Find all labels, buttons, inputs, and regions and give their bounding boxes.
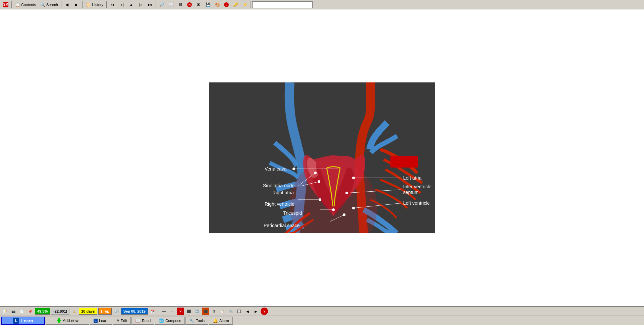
svg-text:Tricuspid: Tricuspid xyxy=(283,210,302,216)
minus-icon: ➖ xyxy=(162,310,166,313)
tab-alarm-label: Alarm xyxy=(219,319,229,323)
exit-btn[interactable]: ✕ xyxy=(177,308,184,315)
plus-icon: ✚ xyxy=(56,318,61,324)
prev-icon: ◁ xyxy=(119,2,124,7)
download-btn[interactable]: 💾 xyxy=(204,1,212,8)
indicator-icon: ⚠ xyxy=(73,310,76,313)
dot-btn[interactable]: • xyxy=(168,308,176,315)
sep1 xyxy=(11,1,12,8)
calendar-icon: 📅 xyxy=(151,310,155,313)
tab-compose-icon: 🌐 xyxy=(159,318,164,323)
learn-btn[interactable]: L Learn xyxy=(1,317,45,325)
tool-c[interactable]: ⬛ xyxy=(202,308,209,315)
forward-icon: ▶ xyxy=(74,2,79,7)
addnew-label: Add new xyxy=(63,318,78,323)
tab-learn-label: Learn xyxy=(99,319,108,323)
minus-btn[interactable]: ➖ xyxy=(160,308,167,315)
svg-rect-11 xyxy=(390,156,418,168)
back-btn[interactable]: ◀ xyxy=(63,1,71,8)
key-btn[interactable]: 🔑 xyxy=(231,1,240,8)
up-btn[interactable]: ▲ xyxy=(127,1,136,8)
multicolor-btn[interactable]: 🎨 xyxy=(213,1,222,8)
history-btn[interactable]: 📜 History xyxy=(84,1,105,8)
read-btn[interactable]: 📖 xyxy=(167,1,175,8)
tab-tools-icon: 🔧 xyxy=(189,318,195,323)
svg-text:septum: septum xyxy=(403,190,419,195)
tool-i[interactable]: ▶ xyxy=(252,308,260,315)
red-icon: R xyxy=(187,2,192,7)
tool-b[interactable]: 🔤 xyxy=(194,308,201,315)
status-tool2[interactable]: 📷 xyxy=(10,308,17,315)
status-tool1[interactable]: 📝 xyxy=(1,308,9,315)
monitor-btn[interactable]: 🖥 xyxy=(176,1,185,8)
status-tool2-icon: 📷 xyxy=(11,310,15,313)
tool-d[interactable]: ⚙ xyxy=(210,308,218,315)
indicator-btn[interactable]: ⚠ xyxy=(70,308,78,315)
tab-compose[interactable]: 🌐 Compose xyxy=(155,317,185,325)
next-btn[interactable]: ▷ xyxy=(136,1,145,8)
tool-f[interactable]: 📎 xyxy=(227,308,234,315)
monitor-icon: 🖥 xyxy=(178,2,183,7)
rep-icon: 🔄 xyxy=(114,310,118,313)
lightning-icon: ⚡ xyxy=(242,2,248,7)
contents-label: Contents xyxy=(21,3,36,7)
tab-tools-label: Tools xyxy=(196,319,205,323)
bottom-bar: 📝 📷 📄 📌 49.3% (22,801) ⚠ 10 days 1 rep xyxy=(0,306,644,325)
red-btn[interactable]: R xyxy=(185,1,194,8)
search-input[interactable] xyxy=(252,1,313,8)
history-icon: 📜 xyxy=(86,2,91,7)
status-tool4[interactable]: 📌 xyxy=(26,308,34,315)
app-icon-btn[interactable]: SM xyxy=(1,1,10,8)
nav-row: L Learn ✚ Add new L Learn A Edit 📖 Read … xyxy=(0,316,644,325)
rep-icon-btn[interactable]: 🔄 xyxy=(113,308,120,315)
reps-badge: 1 rep xyxy=(98,308,112,315)
first-btn[interactable]: ⏮ xyxy=(108,1,117,8)
tool-g[interactable]: 🔲 xyxy=(235,308,243,315)
svg-text:Inter ventricle: Inter ventricle xyxy=(403,184,431,189)
tab-read[interactable]: 📖 Read xyxy=(131,317,154,325)
sep4 xyxy=(106,1,107,8)
help2-btn[interactable]: ? xyxy=(261,308,268,315)
tab-edit-label: Edit xyxy=(121,319,127,323)
svg-text:Vena cava: Vena cava xyxy=(265,166,287,172)
prev-btn[interactable]: ◁ xyxy=(117,1,126,8)
tab-edit[interactable]: A Edit xyxy=(113,317,131,325)
search-btn[interactable]: 🔍 Search xyxy=(38,1,60,8)
back-icon: ◀ xyxy=(64,2,70,7)
lightning-btn[interactable]: ⚡ xyxy=(240,1,249,8)
sep3 xyxy=(82,1,83,8)
status-tool3[interactable]: 📄 xyxy=(18,308,25,315)
tab-read-label: Read xyxy=(142,319,151,323)
key-icon: 🔑 xyxy=(233,2,238,7)
search-icon: 🔍 xyxy=(40,2,45,7)
tab-compose-label: Compose xyxy=(165,319,181,323)
main-content: Vena cava Sino atria node Right atria Ri… xyxy=(0,9,644,306)
svg-text:Right atria: Right atria xyxy=(272,190,294,195)
tool-e[interactable]: 📋 xyxy=(219,308,226,315)
download-icon: 💾 xyxy=(205,2,211,7)
status-sep1 xyxy=(158,308,158,315)
days-badge: 10 days xyxy=(79,308,97,315)
tab-alarm[interactable]: 🔔 Alarm xyxy=(209,317,233,325)
contents-icon: 📋 xyxy=(15,2,20,7)
contents-btn[interactable]: 📋 Contents xyxy=(13,1,38,8)
tab-read-icon: 📖 xyxy=(135,318,141,323)
mail-btn[interactable]: ✉ xyxy=(194,1,203,8)
learn-btn-label: Learn xyxy=(21,318,33,323)
sep5 xyxy=(156,1,156,8)
last-btn[interactable]: ⏭ xyxy=(146,1,154,8)
status-tool1-icon: 📝 xyxy=(3,310,7,313)
tab-learn-icon: L xyxy=(94,319,98,323)
help-btn[interactable]: ? xyxy=(222,1,230,8)
addnew-btn[interactable]: ✚ Add new xyxy=(46,317,89,325)
tool-a[interactable]: ⬛ xyxy=(185,308,193,315)
forward-btn[interactable]: ▶ xyxy=(72,1,81,8)
calendar-btn[interactable]: 📅 xyxy=(149,308,156,315)
tab-tools[interactable]: 🔧 Tools xyxy=(185,317,208,325)
tool-h[interactable]: ◀ xyxy=(244,308,251,315)
tab-edit-icon: A xyxy=(116,318,119,323)
zoom-btn[interactable]: 🔎 xyxy=(157,1,166,8)
count-badge: (22,801) xyxy=(51,308,69,315)
tab-learn[interactable]: L Learn xyxy=(90,317,112,325)
next-icon: ▷ xyxy=(138,2,143,7)
